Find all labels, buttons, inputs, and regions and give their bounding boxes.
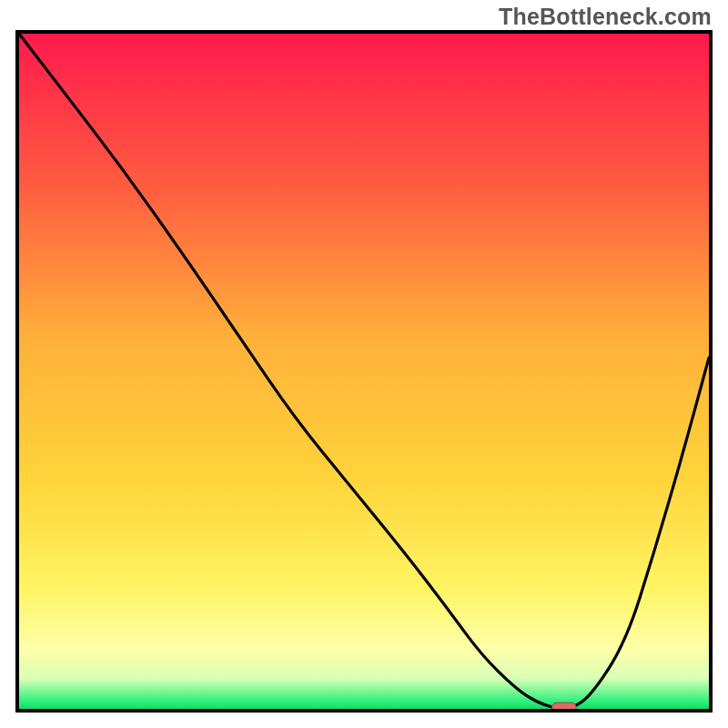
watermark-text: TheBottleneck.com (499, 4, 712, 30)
min-point-marker (552, 703, 577, 709)
chart-frame (15, 30, 713, 713)
gradient-background (19, 34, 709, 709)
chart-svg (19, 34, 709, 709)
chart-root: TheBottleneck.com (0, 0, 728, 728)
